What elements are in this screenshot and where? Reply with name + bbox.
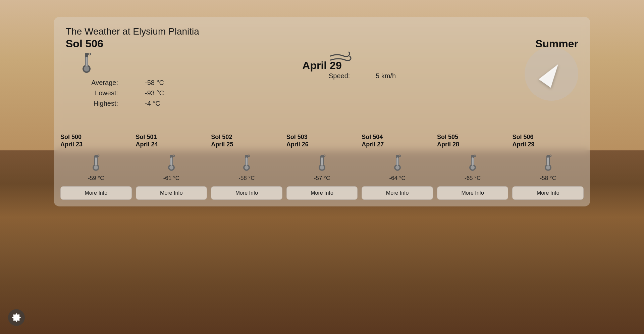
thermometer-icon-row (78, 50, 315, 74)
lowest-row: Lowest: -93 °C (78, 89, 315, 97)
average-row: Average: -58 °C (78, 79, 315, 87)
forecast-temp-6: -58 °C (540, 175, 556, 182)
gear-icon (12, 313, 21, 322)
forecast-thermometer-5 (437, 153, 508, 174)
forecast-temp-2: -58 °C (238, 175, 255, 182)
more-info-button-0[interactable]: More Info (60, 186, 132, 200)
thermo-icon-6 (541, 153, 555, 172)
svg-rect-2 (86, 57, 88, 67)
forecast-thermometer-0 (60, 153, 132, 174)
forecast-thermometer-6 (512, 153, 584, 174)
forecast-thermometer-4 (362, 153, 433, 174)
more-info-button-5[interactable]: More Info (437, 186, 508, 200)
lowest-label: Lowest: (78, 89, 118, 97)
speed-value: 5 km/h (376, 72, 396, 80)
forecast-card-5: Sol 505 April 28 -65 °C More Info (437, 133, 508, 200)
forecast-section: Sol 500 April 23 -59 °C More Info Sol 50… (54, 125, 590, 206)
forecast-date-2: April 25 (211, 141, 233, 148)
thermo-icon-3 (315, 153, 329, 172)
forecast-date-4: April 27 (362, 141, 384, 148)
highest-label: Highest: (78, 100, 118, 107)
forecast-temp-4: -64 °C (389, 175, 405, 182)
forecast-temp-5: -65 °C (465, 175, 481, 182)
svg-point-4 (89, 53, 91, 55)
svg-point-39 (549, 155, 551, 157)
thermometer-icon (78, 50, 95, 74)
forecast-sol-0: Sol 500 (60, 133, 82, 141)
more-info-button-4[interactable]: More Info (362, 186, 433, 200)
thermo-icon-1 (165, 153, 178, 172)
forecast-temp-1: -61 °C (163, 175, 179, 182)
svg-point-9 (98, 155, 99, 157)
forecast-date-0: April 23 (60, 141, 83, 148)
sol-label: Sol 506 (66, 38, 103, 50)
svg-rect-37 (547, 157, 549, 165)
more-info-button-6[interactable]: More Info (512, 186, 584, 200)
forecast-card-2: Sol 502 April 25 -58 °C More Info (211, 133, 282, 200)
svg-rect-27 (396, 157, 398, 165)
svg-rect-12 (170, 157, 172, 165)
forecast-sol-1: Sol 501 (136, 133, 157, 141)
wind-compass (525, 47, 578, 101)
svg-point-23 (320, 165, 324, 170)
highest-row: Highest: -4 °C (78, 100, 315, 107)
svg-point-13 (169, 165, 173, 170)
temperature-stats: Average: -58 °C Lowest: -93 °C Highest: … (78, 79, 315, 107)
forecast-temp-3: -57 °C (314, 175, 330, 182)
svg-point-3 (84, 66, 89, 71)
svg-rect-17 (246, 157, 248, 165)
compass-arrow (539, 60, 564, 88)
forecast-card-3: Sol 503 April 26 -57 °C More Info (286, 133, 358, 200)
svg-point-14 (173, 155, 174, 157)
more-info-button-3[interactable]: More Info (286, 186, 358, 200)
more-info-button-1[interactable]: More Info (136, 186, 207, 200)
main-widget: The Weather at Elysium Planitia Sol 506 … (54, 17, 590, 206)
forecast-date-1: April 24 (136, 141, 158, 148)
date-label: April 29 (302, 59, 341, 72)
svg-rect-32 (472, 157, 474, 165)
temperature-panel: Average: -58 °C Lowest: -93 °C Highest: … (78, 50, 315, 107)
forecast-temp-0: -59 °C (88, 175, 104, 182)
forecast-date-5: April 28 (437, 141, 459, 148)
svg-point-18 (245, 165, 249, 170)
svg-point-8 (94, 165, 98, 170)
forecast-sol-6: Sol 506 (512, 133, 533, 141)
forecast-card-6: Sol 506 April 29 -58 °C More Info (512, 133, 584, 200)
svg-point-34 (474, 155, 476, 157)
lowest-value: -93 °C (145, 89, 164, 97)
svg-rect-7 (95, 157, 97, 165)
forecast-sol-5: Sol 505 (437, 133, 458, 141)
svg-point-19 (248, 155, 250, 157)
svg-point-29 (399, 155, 400, 157)
average-value: -58 °C (145, 79, 164, 87)
forecast-date-3: April 26 (286, 141, 309, 148)
thermo-icon-4 (391, 153, 404, 172)
highest-value: -4 °C (145, 100, 160, 107)
forecast-card-4: Sol 504 April 27 -64 °C More Info (362, 133, 433, 200)
svg-point-28 (395, 165, 399, 170)
forecast-sol-2: Sol 502 (211, 133, 232, 141)
thermo-icon-0 (89, 153, 103, 172)
forecast-card-0: Sol 500 April 23 -59 °C More Info (60, 133, 132, 200)
speed-label: Speed: (329, 72, 362, 80)
forecast-thermometer-3 (286, 153, 358, 174)
average-label: Average: (78, 79, 118, 87)
svg-point-38 (546, 165, 550, 170)
forecast-sol-4: Sol 504 (362, 133, 383, 141)
app-title: The Weather at Elysium Planitia (66, 26, 578, 37)
forecast-card-1: Sol 501 April 24 -61 °C More Info (136, 133, 207, 200)
thermo-icon-2 (240, 153, 253, 172)
more-info-button-2[interactable]: More Info (211, 186, 282, 200)
forecast-thermometer-2 (211, 153, 282, 174)
svg-rect-22 (321, 157, 323, 165)
svg-point-24 (324, 155, 325, 157)
settings-button[interactable] (8, 309, 25, 326)
svg-point-33 (471, 165, 475, 170)
thermo-icon-5 (466, 153, 479, 172)
forecast-sol-3: Sol 503 (286, 133, 308, 141)
top-section: The Weather at Elysium Planitia Sol 506 … (54, 17, 590, 125)
forecast-date-6: April 29 (512, 141, 534, 148)
forecast-thermometer-1 (136, 153, 207, 174)
